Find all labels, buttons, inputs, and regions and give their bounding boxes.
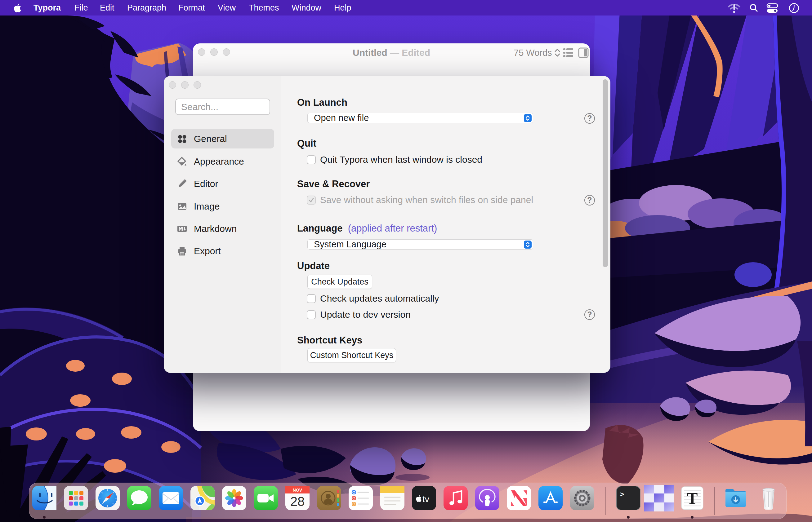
svg-text:T: T [687, 490, 698, 507]
svg-text:>_: >_ [620, 491, 629, 499]
svg-text:tv: tv [422, 495, 429, 504]
svg-text:28: 28 [290, 494, 305, 509]
svg-text:NOV: NOV [293, 487, 303, 493]
